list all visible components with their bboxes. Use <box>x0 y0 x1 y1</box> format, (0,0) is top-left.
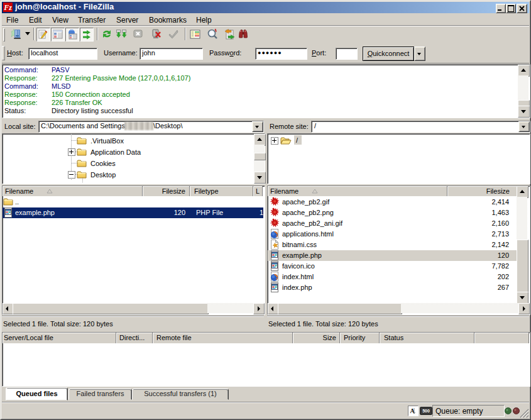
svg-text:Fz: Fz <box>3 3 12 12</box>
